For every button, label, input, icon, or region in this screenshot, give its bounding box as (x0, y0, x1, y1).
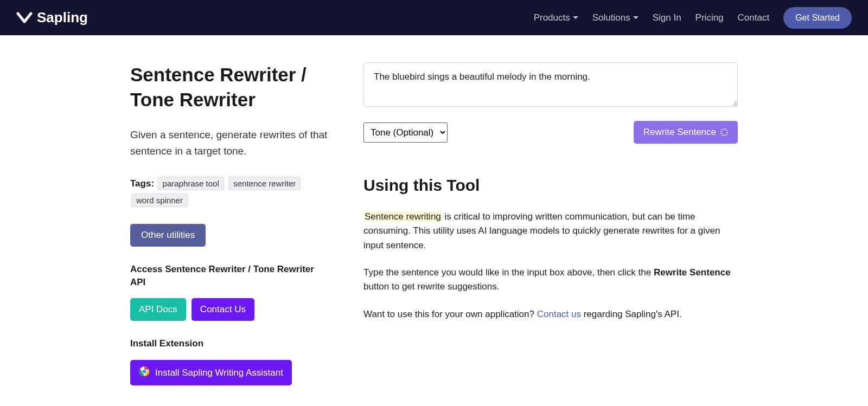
api-docs-button[interactable]: API Docs (130, 298, 186, 321)
brand[interactable]: Sapling (16, 9, 88, 26)
nav-products-label: Products (534, 12, 570, 23)
install-sapling-label: Install Sapling Writing Assistant (155, 368, 283, 378)
sentence-input[interactable] (363, 62, 738, 107)
page-title: Sentence Rewriter / Tone Rewriter (130, 62, 331, 112)
spinner-icon (720, 128, 728, 136)
install-sapling-button[interactable]: Install Sapling Writing Assistant (130, 360, 292, 385)
tag[interactable]: sentence rewriter (228, 177, 301, 190)
tag[interactable]: paraphrase tool (158, 177, 224, 190)
highlighted-text: Sentence rewriting (363, 211, 442, 222)
control-row: Tone (Optional) Rewrite Sentence (363, 121, 738, 144)
contact-us-link[interactable]: Contact us (537, 309, 581, 319)
other-utilities-button[interactable]: Other utilities (130, 224, 206, 247)
description-para-1: Sentence rewriting is critical to improv… (363, 210, 738, 253)
main-container: Sentence Rewriter / Tone Rewriter Given … (130, 35, 738, 406)
chrome-icon (139, 366, 150, 379)
nav-solutions-label: Solutions (592, 12, 630, 23)
brand-name: Sapling (37, 9, 88, 26)
nav-pricing[interactable]: Pricing (695, 12, 724, 23)
get-started-button[interactable]: Get Started (783, 7, 852, 29)
rewrite-sentence-button[interactable]: Rewrite Sentence (634, 121, 738, 144)
nav-right: Products Solutions Sign In Pricing Conta… (534, 7, 852, 29)
svg-point-2 (143, 370, 146, 373)
tone-select[interactable]: Tone (Optional) (363, 123, 448, 143)
right-column: Tone (Optional) Rewrite Sentence Using t… (363, 62, 738, 385)
nav-solutions[interactable]: Solutions (592, 12, 639, 23)
sapling-logo-icon (16, 12, 33, 24)
api-buttons-row: API Docs Contact Us (130, 298, 331, 321)
rewrite-sentence-label: Rewrite Sentence (643, 127, 716, 138)
tag[interactable]: word spinner (131, 194, 188, 207)
page-subtitle: Given a sentence, generate rewrites of t… (130, 127, 331, 160)
tags-label: Tags: (130, 178, 154, 189)
nav-signin[interactable]: Sign In (653, 12, 681, 23)
description-para-2: Type the sentence you would like in the … (363, 266, 738, 294)
tags-section: Tags: paraphrase tool sentence rewriter … (130, 175, 331, 209)
using-this-tool-title: Using this Tool (363, 176, 738, 195)
caret-down-icon (633, 16, 639, 19)
description-para-3: Want to use this for your own applicatio… (363, 307, 738, 321)
install-extension-label: Install Extension (130, 337, 331, 350)
left-column: Sentence Rewriter / Tone Rewriter Given … (130, 62, 331, 385)
rewrite-strong: Rewrite Sentence (654, 267, 731, 278)
nav-contact[interactable]: Contact (738, 12, 770, 23)
nav-products[interactable]: Products (534, 12, 578, 23)
access-api-label: Access Sentence Rewriter / Tone Rewriter… (130, 263, 331, 289)
contact-us-button[interactable]: Contact Us (192, 298, 254, 321)
navbar: Sapling Products Solutions Sign In Prici… (0, 0, 868, 35)
caret-down-icon (573, 16, 578, 19)
